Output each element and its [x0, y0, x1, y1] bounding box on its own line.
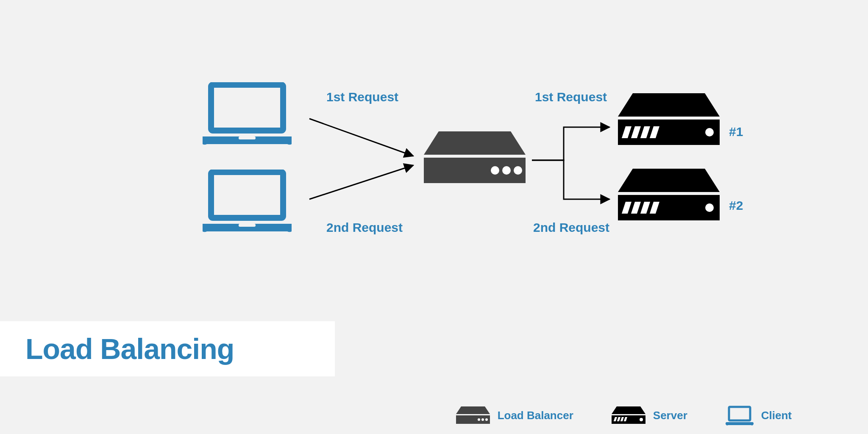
load-balancer-icon — [424, 131, 526, 184]
legend-item-server: Server — [612, 406, 687, 424]
server-icon — [618, 169, 720, 222]
legend-label-client: Client — [761, 409, 792, 422]
label-req2-out: 2nd Request — [533, 220, 609, 235]
server-1-label: #1 — [729, 125, 743, 139]
label-req1-in: 1st Request — [326, 90, 398, 104]
server-2-label: #2 — [729, 198, 743, 213]
arrow-req2-in — [309, 165, 413, 199]
title-box: Load Balancing — [0, 321, 335, 376]
server-2 — [618, 169, 720, 223]
laptop-icon — [203, 82, 292, 146]
label-req1-out: 1st Request — [535, 90, 607, 104]
legend-item-client: Client — [726, 405, 792, 426]
legend-label-lb: Load Balancer — [498, 409, 573, 422]
label-req2-in: 2nd Request — [326, 220, 403, 235]
client-laptop-1 — [203, 82, 292, 147]
server-1 — [618, 93, 720, 148]
server-icon — [612, 406, 645, 424]
arrow-req2-out — [532, 160, 609, 199]
load-balancer-icon — [456, 406, 490, 424]
server-icon — [618, 93, 720, 146]
laptop-icon — [203, 170, 292, 233]
load-balancer — [424, 131, 526, 186]
laptop-icon — [726, 405, 754, 426]
diagram-title: Load Balancing — [25, 332, 234, 365]
arrow-req1-out — [532, 127, 609, 160]
client-laptop-2 — [203, 170, 292, 235]
legend: Load Balancer Server Client — [0, 405, 868, 426]
legend-label-server: Server — [653, 409, 687, 422]
arrow-req1-in — [309, 119, 413, 156]
legend-item-lb: Load Balancer — [456, 406, 573, 424]
